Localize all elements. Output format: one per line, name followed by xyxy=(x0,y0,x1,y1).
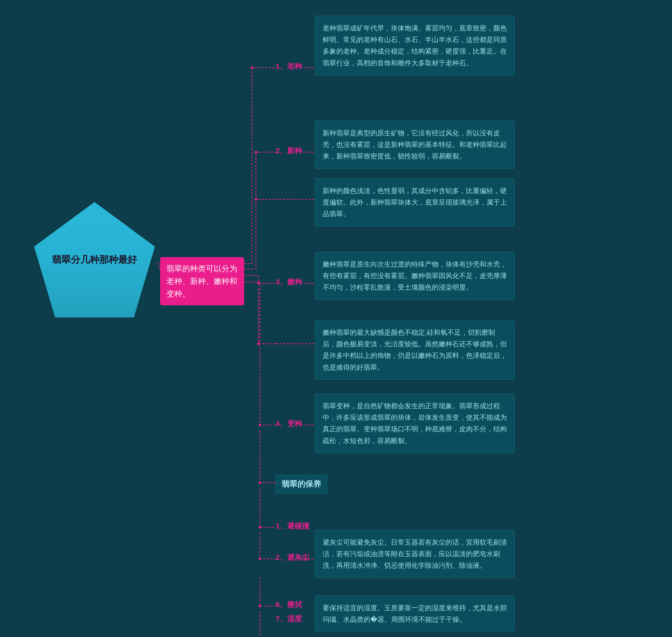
svg-point-19 xyxy=(259,605,261,607)
svg-point-12 xyxy=(254,198,257,201)
svg-point-16 xyxy=(259,481,261,484)
sub-center-text: 翡翠的种类可以分为老种、新种、嫩种和变种。 xyxy=(166,264,237,298)
sub-center-node: 翡翠的种类可以分为老种、新种、嫩种和变种。 xyxy=(160,257,244,305)
svg-point-13 xyxy=(257,282,260,285)
branch-label-variant: 4、变种 xyxy=(276,419,302,429)
svg-point-14 xyxy=(257,342,260,345)
svg-point-15 xyxy=(259,424,261,426)
care-label-2: 2、避灰尘 xyxy=(276,552,309,563)
branch-label-tender: 3、嫩种 xyxy=(276,277,302,287)
content-box-new-1: 新种翡翠是典型的原生矿物，它没有经过风化，所以没有皮壳，也没有雾层，这是新种翡翠… xyxy=(315,121,514,169)
content-box-tender-2: 嫩种翡翠的最大缺憾是颜色不稳定,硅和氧不足，切割磨制后，颜色极易变淡，光洁度较低… xyxy=(315,320,514,380)
content-box-new-2: 新种的颜色浅淡，色性显弱，其成分中含铝多，比重偏轻，硬度偏软。此外，新种翡翠块体… xyxy=(315,178,514,226)
center-label: 翡翠分几种那种最好 xyxy=(52,253,137,266)
branch-label-new: 2、新种 xyxy=(276,146,302,156)
svg-line-1 xyxy=(158,262,160,270)
content-box-dust: 避灰尘可能避免灰尘。日常玉器若有灰尘的话，宜用软毛刷清洁，若有污垢或油渍等附在玉… xyxy=(315,530,514,578)
care-label-3: 6、擦拭 xyxy=(276,600,302,610)
content-box-variant: 翡翠变种，是自然矿物都会发生的正常现象。翡翠形成过程中，许多应该形成翡翠的块体，… xyxy=(315,394,514,453)
content-box-humidity: 要保持适宜的湿度。玉质要靠一定的湿度来维持，尤其是水胆玛瑙、水晶类的�器。周围环… xyxy=(315,596,514,632)
mind-map-container: 翡翠分几种那种最好 翡翠的种类可以分为老种、新种、嫩种和变种。 1、老种 老种翡… xyxy=(0,0,672,637)
svg-point-10 xyxy=(251,66,253,69)
svg-point-11 xyxy=(254,151,257,153)
branch-label-old: 1、老种 xyxy=(276,61,302,71)
content-box-old: 老种翡翠成矿年代早，块体饱满、雾层均匀，底章致密，颜色鲜明。常见的老种有山石、水… xyxy=(315,16,514,75)
care-label-1: 1、避碰撞 xyxy=(276,521,309,531)
svg-point-17 xyxy=(259,526,261,529)
content-box-tender-1: 嫩种翡翠是原生向次生过渡的特殊产物，块体有沙壳和水壳，有些有雾层，有些没有雾层。… xyxy=(315,252,514,300)
care-section-header: 翡翠的保养 xyxy=(276,475,327,493)
svg-point-18 xyxy=(259,558,261,560)
care-label-4: 7、湿度 xyxy=(276,614,302,624)
